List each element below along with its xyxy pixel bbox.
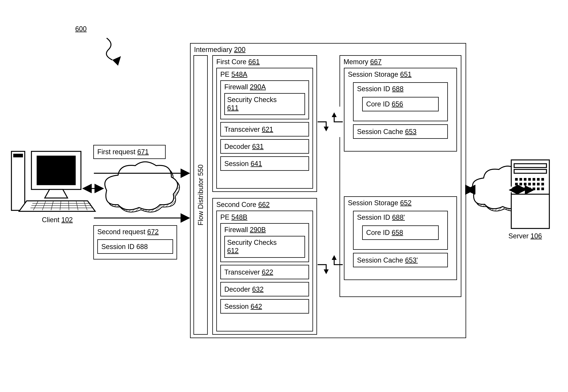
transceiver-621: Transceiver 621 xyxy=(220,122,309,137)
decoder-631: Decoder 631 xyxy=(220,139,309,154)
firewall-290a: Firewall 290A Security Checks 611 xyxy=(220,80,309,119)
second-core-label: Second Core 662 xyxy=(213,198,316,209)
transceiver-622: Transceiver 622 xyxy=(220,265,309,279)
core-id-658: Core ID 658 xyxy=(362,225,439,240)
network-right-label: Network 104 xyxy=(484,182,518,198)
pe-548b-label: PE 548B xyxy=(217,211,312,221)
session-storage-651: Session Storage 651 Session ID 688 Core … xyxy=(344,68,457,152)
figure-id: 600 xyxy=(75,25,87,33)
firewall-290b-label: Firewall 290B xyxy=(221,224,309,234)
core-id-656: Core ID 656 xyxy=(362,97,439,111)
svg-line-12 xyxy=(60,201,61,210)
svg-rect-17 xyxy=(514,164,546,168)
session-storage-652: Session Storage 652 Session ID 688' Core… xyxy=(344,196,457,280)
svg-rect-30 xyxy=(533,183,535,185)
svg-rect-24 xyxy=(537,178,540,181)
memory-label: Memory 667 xyxy=(340,56,461,66)
session-storage-652-label: Session Storage 652 xyxy=(344,197,456,207)
memory: Memory 667 Session Storage 651 Session I… xyxy=(340,55,461,297)
svg-rect-29 xyxy=(528,183,531,185)
session-cache-653p: Session Cache 653' xyxy=(353,253,448,267)
svg-rect-31 xyxy=(537,183,540,185)
security-checks-612: Security Checks 612 xyxy=(224,236,305,258)
second-core: Second Core 662 PE 548B Firewall 290B Se… xyxy=(212,198,317,335)
flow-distributor: Flow Distributor 550 xyxy=(193,55,208,335)
first-request-label: First request 671 xyxy=(97,148,149,156)
security-checks-611: Security Checks 611 xyxy=(224,93,305,115)
client-label: Client 102 xyxy=(42,216,73,224)
svg-line-14 xyxy=(76,201,78,210)
svg-rect-34 xyxy=(519,188,522,190)
second-request: Second request 672 Session ID 688 xyxy=(93,225,177,260)
session-642: Session 642 xyxy=(220,299,309,314)
session-storage-651-label: Session Storage 651 xyxy=(344,68,456,78)
server-label: Server 106 xyxy=(508,232,542,240)
session-641: Session 641 xyxy=(220,156,309,171)
session-id-688: Session ID 688 Core ID 656 xyxy=(353,82,448,121)
first-request: First request 671 xyxy=(93,145,166,159)
svg-rect-19 xyxy=(515,178,518,181)
svg-rect-22 xyxy=(528,178,531,181)
network-left-label: Network 104 xyxy=(120,181,154,198)
firewall-290b: Firewall 290B Security Checks 612 xyxy=(220,223,309,262)
svg-line-15 xyxy=(84,201,87,210)
svg-rect-20 xyxy=(519,178,522,181)
svg-rect-18 xyxy=(514,169,546,173)
firewall-290a-label: Firewall 290A xyxy=(221,81,309,91)
svg-rect-25 xyxy=(541,178,544,181)
svg-rect-3 xyxy=(14,154,22,157)
svg-line-9 xyxy=(33,201,38,210)
svg-rect-27 xyxy=(519,183,522,185)
svg-rect-39 xyxy=(541,188,544,190)
flow-distributor-label: Flow Distributor 550 xyxy=(197,165,205,225)
svg-line-10 xyxy=(42,201,46,210)
session-id-688p-label: Session ID 688' xyxy=(354,211,447,221)
diagram-canvas: 600 First request 671 Second request 672… xyxy=(0,0,568,392)
pe-548a: PE 548A Firewall 290A Security Checks 61… xyxy=(216,68,313,189)
client-computer-icon xyxy=(12,151,95,211)
svg-rect-36 xyxy=(528,188,531,190)
svg-rect-21 xyxy=(524,178,526,181)
pe-548a-label: PE 548A xyxy=(217,68,312,78)
decoder-632: Decoder 632 xyxy=(220,282,309,296)
svg-rect-2 xyxy=(12,151,25,210)
second-request-session-id: Session ID 688 xyxy=(97,239,173,254)
svg-rect-37 xyxy=(533,188,535,190)
intermediary-label: Intermediary 200 xyxy=(191,44,466,54)
svg-rect-4 xyxy=(31,151,81,189)
session-id-688p: Session ID 688' Core ID 658 xyxy=(353,211,448,250)
first-core-label: First Core 661 xyxy=(213,56,316,66)
svg-rect-38 xyxy=(537,188,540,190)
first-core: First Core 661 PE 548A Firewall 290A Sec… xyxy=(212,55,317,192)
pe-548b: PE 548B Firewall 290B Security Checks 61… xyxy=(216,210,313,332)
session-cache-653: Session Cache 653 xyxy=(353,124,448,139)
svg-rect-35 xyxy=(524,188,526,190)
svg-rect-5 xyxy=(37,156,75,185)
svg-line-13 xyxy=(69,201,69,210)
session-id-688-label: Session ID 688 xyxy=(354,83,447,93)
svg-rect-32 xyxy=(541,183,544,185)
svg-rect-23 xyxy=(533,178,535,181)
svg-line-11 xyxy=(51,201,53,210)
svg-rect-28 xyxy=(524,183,526,185)
second-request-label: Second request 672 xyxy=(94,226,176,236)
